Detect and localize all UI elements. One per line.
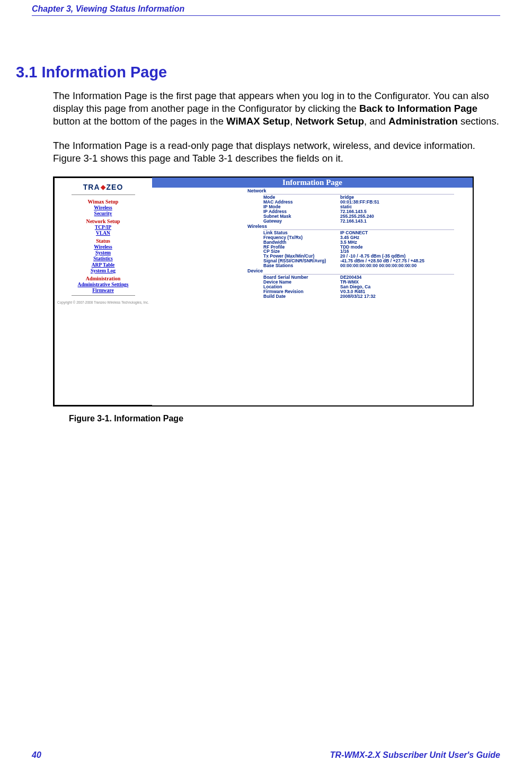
info-block: Network Modebridge MAC Address00:01:38:F… — [263, 188, 473, 299]
nav-divider — [72, 295, 135, 296]
v-basestations: 00:00:00:00:00:00 00:00:00:00:00:00 — [340, 263, 416, 268]
row-ipmode: IP Modestatic — [263, 205, 473, 209]
p1-b2: WiMAX Setup — [226, 116, 290, 127]
v-builddate: 2008/03/12 17:32 — [340, 294, 376, 299]
logo: TRA◆ZEO — [83, 183, 123, 192]
row-serial: Board Serial NumberDE200434 — [263, 275, 473, 280]
info-page-title: Information Page — [152, 178, 473, 188]
paragraph-2: The Information Page is a read-only page… — [53, 139, 500, 165]
nav-link-wireless[interactable]: Wireless — [94, 205, 112, 211]
row-rfprofile: RF ProfileTDD mode — [263, 245, 473, 250]
row-freq: Frequency (Tx/Rx)3.45 GHz — [263, 235, 473, 240]
p1-t4: , and — [364, 116, 388, 127]
p1-t2: button at the bottom of the pages in the — [53, 116, 226, 127]
section-network: Network — [247, 188, 473, 193]
row-basestations: Base Stations00:00:00:00:00:00 00:00:00:… — [263, 263, 473, 268]
section-wireless: Wireless — [247, 224, 473, 229]
nav-link-security[interactable]: Security — [94, 211, 112, 217]
row-mac: MAC Address00:01:38:FF:FB:51 — [263, 200, 473, 205]
screenshot-main: Information Page Network Modebridge MAC … — [152, 178, 473, 405]
header-rule — [32, 15, 500, 16]
section-rule — [263, 194, 454, 194]
guide-title: TR-WMX-2.X Subscriber Unit User's Guide — [330, 750, 500, 760]
figure-frame: TRA◆ZEO Wimax Setup Wireless Security Ne… — [53, 176, 474, 406]
nav-link-status-wireless[interactable]: Wireless — [94, 244, 112, 250]
logo-icon: ◆ — [101, 183, 106, 191]
nav-link-arp[interactable]: ARP Table — [92, 262, 115, 268]
nav-hdr-status: Status — [96, 238, 110, 244]
chapter-header: Chapter 3, Viewing Status Information — [32, 4, 500, 15]
nav-link-firmware[interactable]: Firmware — [92, 288, 113, 294]
nav-link-statistics[interactable]: Statistics — [93, 256, 112, 262]
p1-b1: Back to Information Page — [359, 103, 477, 114]
p1-t5: sections. — [458, 116, 499, 127]
figure-3-1: TRA◆ZEO Wimax Setup Wireless Security Ne… — [53, 176, 500, 423]
section-title: 3.1 Information Page — [16, 64, 500, 81]
row-bw: Bandwidth3.5 MHz — [263, 240, 473, 245]
logo-left: TRA — [83, 183, 100, 192]
section-number: 3.1 — [16, 64, 37, 81]
row-gateway: Gateway72.166.143.1 — [263, 219, 473, 224]
k-basestations: Base Stations — [263, 263, 340, 268]
nav-link-vlan[interactable]: VLAN — [96, 231, 110, 236]
paragraph-1: The Information Page is the first page t… — [53, 90, 500, 128]
section-device: Device — [247, 268, 473, 273]
section-name: Information Page — [41, 64, 167, 81]
k-gateway: Gateway — [263, 219, 340, 224]
nav-link-tcpip[interactable]: TCP/IP — [95, 225, 111, 231]
logo-right: ZEO — [107, 183, 123, 192]
nav-hdr-wimax: Wimax Setup — [88, 199, 119, 205]
page-footer: 40 TR-WMX-2.X Subscriber Unit User's Gui… — [32, 750, 500, 760]
nav-link-admin-settings[interactable]: Administrative Settings — [78, 282, 129, 288]
v-gateway: 72.166.143.1 — [340, 219, 367, 224]
row-builddate: Build Date2008/03/12 17:32 — [263, 294, 473, 299]
p1-b3: Network Setup — [295, 116, 364, 127]
row-subnet: Subnet Mask255.255.255.240 — [263, 214, 473, 219]
page-number: 40 — [32, 750, 41, 760]
nav-copyright: Copyright © 2007-2008 Tranzeo Wireless T… — [57, 300, 149, 305]
figure-caption: Figure 3-1. Information Page — [69, 414, 500, 423]
nav-link-system[interactable]: System — [95, 250, 111, 256]
nav-link-syslog[interactable]: System Log — [91, 268, 116, 274]
nav-hdr-admin: Administration — [86, 276, 121, 282]
logo-divider — [72, 194, 135, 195]
p1-b4: Administration — [388, 116, 458, 127]
p1-t3: , — [290, 116, 295, 127]
nav-hdr-network: Network Setup — [86, 218, 120, 225]
k-builddate: Build Date — [263, 294, 340, 299]
screenshot-sidebar: TRA◆ZEO Wimax Setup Wireless Security Ne… — [54, 178, 152, 405]
